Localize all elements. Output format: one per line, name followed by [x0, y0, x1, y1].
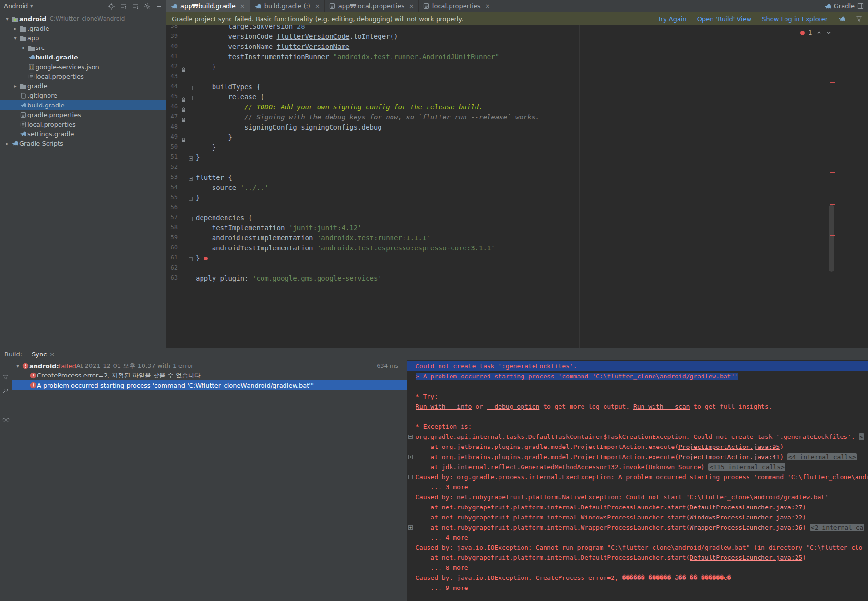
console-line[interactable]: at net.rubygrapefruit.platform.internal.…: [407, 553, 868, 563]
fold-icon[interactable]: −: [189, 86, 193, 90]
prev-error-icon[interactable]: [816, 30, 822, 35]
console-line[interactable]: + at net.rubygrapefruit.platform.interna…: [407, 522, 868, 532]
fold-icon[interactable]: −: [189, 177, 193, 181]
code-line[interactable]: 59 androidTestImplementation 'androidx.t…: [166, 234, 868, 244]
expand-all-icon[interactable]: [120, 3, 127, 10]
console-link[interactable]: DefaultProcessLauncher.java:25: [690, 554, 802, 561]
console-line[interactable]: [407, 412, 868, 422]
fold-icon[interactable]: −: [189, 96, 193, 100]
filter-icon[interactable]: [2, 374, 9, 382]
code-line[interactable]: 44− buildTypes {: [166, 83, 868, 93]
show-log-in-explorer-link[interactable]: Show Log in Explorer: [762, 15, 828, 23]
console-line[interactable]: at jdk.internal.reflect.GeneratedMethodA…: [407, 462, 868, 472]
try-again-link[interactable]: Try Again: [658, 15, 687, 23]
close-icon[interactable]: ×: [485, 2, 490, 10]
build-tree-row[interactable]: CreateProcess error=2, 지정된 파일을 찾을 수 없습니다: [12, 371, 407, 380]
expand-trace-icon[interactable]: +: [408, 525, 413, 530]
code-line[interactable]: 43: [166, 73, 868, 83]
fold-icon[interactable]: −: [189, 197, 193, 201]
console-line[interactable]: * Exception is:: [407, 422, 868, 432]
project-tree-item[interactable]: local.properties: [0, 119, 166, 129]
inspections-widget[interactable]: 1: [800, 29, 832, 36]
code-line[interactable]: 39 versionCode flutterVersionCode.toInte…: [166, 33, 868, 43]
project-tree-item[interactable]: .gitignore: [0, 91, 166, 100]
code-line[interactable]: 61−}: [166, 254, 868, 264]
project-tree-item[interactable]: settings.gradle: [0, 129, 166, 139]
code-line[interactable]: 45− release {: [166, 93, 868, 103]
chevron-down-icon[interactable]: ▾: [12, 35, 19, 41]
collapse-all-icon[interactable]: [132, 3, 139, 10]
project-tree-item[interactable]: ▾app: [0, 33, 166, 43]
chevron-right-icon[interactable]: ▸: [4, 141, 11, 146]
console-link[interactable]: ProjectImportAction.java:95: [678, 443, 780, 450]
next-error-icon[interactable]: [826, 30, 832, 35]
code-editor[interactable]: 38 targetSdkVersion 2839 versionCode flu…: [166, 25, 868, 348]
console-line[interactable]: −org.gradle.api.internal.tasks.DefaultTa…: [407, 432, 868, 442]
chevron-down-icon[interactable]: ▾: [14, 364, 21, 369]
code-line[interactable]: 53−flutter {: [166, 174, 868, 184]
code-line[interactable]: 47 // Signing with the debug keys for no…: [166, 113, 868, 123]
console-line[interactable]: at net.rubygrapefruit.platform.internal.…: [407, 512, 868, 522]
editor-tab[interactable]: app₩local.properties×: [325, 0, 419, 12]
console-line[interactable]: ... 4 more: [407, 532, 868, 542]
build-tree-row[interactable]: A problem occurred starting process 'com…: [12, 380, 407, 390]
editor-tab[interactable]: local.properties×: [419, 0, 495, 12]
close-icon[interactable]: ×: [315, 2, 320, 10]
console-line[interactable]: > A problem occurred starting process 'c…: [407, 371, 868, 381]
chevron-right-icon[interactable]: ▸: [20, 45, 27, 50]
console-link[interactable]: Run with --info: [416, 403, 472, 410]
chevron-down-icon[interactable]: ▾: [4, 16, 11, 22]
error-stripe-mark[interactable]: [830, 204, 835, 205]
code-line[interactable]: 51−}: [166, 153, 868, 164]
project-tree-item[interactable]: ▾androidC:₩flutter_clone₩android: [0, 14, 166, 24]
project-tree-item[interactable]: build.gradle: [0, 52, 166, 62]
console-line[interactable]: −Caused by: org.gradle.process.internal.…: [407, 472, 868, 482]
chevron-right-icon[interactable]: ▸: [12, 26, 19, 31]
project-tree-item[interactable]: ▸src: [0, 43, 166, 52]
console-line[interactable]: at net.rubygrapefruit.platform.internal.…: [407, 502, 868, 512]
editor-tab[interactable]: app₩build.gradle×: [166, 0, 250, 12]
code-line[interactable]: 56: [166, 204, 868, 214]
console-line[interactable]: [407, 381, 868, 391]
code-line[interactable]: 42 }: [166, 63, 868, 73]
console-line[interactable]: Caused by: java.io.IOException: CreatePr…: [407, 573, 868, 583]
error-stripe-mark[interactable]: [830, 172, 835, 173]
project-tree-item[interactable]: gradle.properties: [0, 110, 166, 119]
locate-file-icon[interactable]: [108, 3, 115, 10]
gradle-elephant-icon[interactable]: [838, 16, 845, 22]
code-line[interactable]: 41 testInstrumentationRunner "androidx.t…: [166, 53, 868, 63]
hide-panel-icon[interactable]: [156, 3, 162, 9]
console-link[interactable]: WrapperProcessLauncher.java:36: [690, 524, 802, 531]
error-stripe-mark[interactable]: [830, 82, 835, 83]
fold-icon[interactable]: −: [189, 217, 193, 221]
project-tree-item[interactable]: ▸gradle: [0, 81, 166, 91]
console-line[interactable]: Could not create task ':generateLockfile…: [407, 361, 868, 371]
console-line[interactable]: * Try:: [407, 391, 868, 401]
code-line[interactable]: 46 // TODO: Add your own signing config …: [166, 103, 868, 113]
console-line[interactable]: ... 3 more: [407, 482, 868, 492]
fold-icon[interactable]: −: [189, 257, 193, 261]
console-link[interactable]: WindowsProcessLauncher.java:22: [690, 514, 802, 521]
chevron-right-icon[interactable]: ▸: [12, 83, 19, 89]
code-line[interactable]: 48 signingConfig signingConfigs.debug: [166, 123, 868, 133]
code-line[interactable]: 52: [166, 164, 868, 174]
code-line[interactable]: 60 androidTestImplementation 'androidx.t…: [166, 244, 868, 254]
gradle-tool-window-button[interactable]: Gradle: [820, 0, 868, 12]
project-view-selector[interactable]: Android: [4, 2, 28, 10]
editor-scrollbar-thumb[interactable]: [829, 205, 834, 272]
code-line[interactable]: 62: [166, 264, 868, 274]
open-build-view-link[interactable]: Open 'Build' View: [697, 15, 752, 23]
error-stripe-mark[interactable]: [830, 235, 835, 236]
code-line[interactable]: 40 versionName flutterVersionName: [166, 43, 868, 53]
console-line[interactable]: Caused by: java.io.IOException: Cannot r…: [407, 542, 868, 553]
pin-icon[interactable]: [2, 388, 9, 395]
code-line[interactable]: 50 }: [166, 143, 868, 153]
console-link[interactable]: DefaultProcessLauncher.java:27: [690, 504, 802, 511]
code-line[interactable]: 58 testImplementation 'junit:junit:4.12': [166, 224, 868, 234]
project-tree-item[interactable]: {}google-services.json: [0, 62, 166, 71]
console-line[interactable]: at org.jetbrains.plugins.gradle.model.Pr…: [407, 442, 868, 452]
fold-icon[interactable]: −: [189, 156, 193, 161]
code-line[interactable]: 49 }: [166, 133, 868, 143]
code-line[interactable]: 55−}: [166, 194, 868, 204]
console-link[interactable]: --debug option: [487, 403, 540, 410]
